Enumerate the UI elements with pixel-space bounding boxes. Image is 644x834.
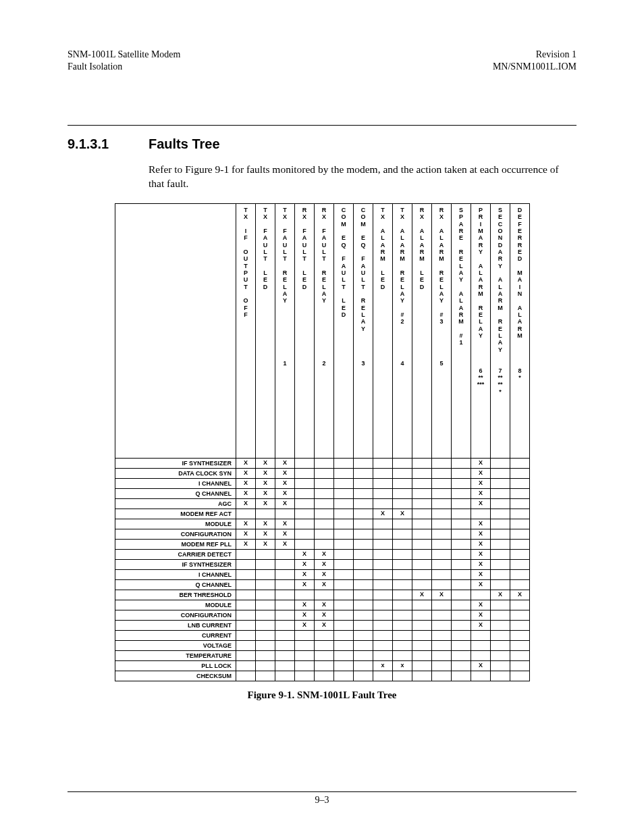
row-label: CHECKSUM xyxy=(115,671,236,681)
table-cell xyxy=(334,519,354,529)
row-label: VOLTAGE xyxy=(115,640,236,650)
table-cell xyxy=(295,539,315,549)
table-cell xyxy=(354,509,373,519)
column-header: TX IF OUTPUT OFF xyxy=(236,203,256,458)
table-cell xyxy=(510,519,530,529)
table-cell xyxy=(256,600,275,610)
table-cell xyxy=(315,468,334,478)
table-cell xyxy=(471,509,491,519)
table-cell xyxy=(256,620,275,630)
row-label: Q CHANNEL xyxy=(115,579,236,590)
table-cell xyxy=(393,590,412,600)
table-cell xyxy=(256,579,275,590)
header-rule xyxy=(68,125,576,126)
table-cell: X xyxy=(315,569,334,579)
table-cell xyxy=(432,458,452,468)
table-cell xyxy=(354,600,373,610)
table-cell xyxy=(412,671,432,681)
table-corner xyxy=(115,203,236,458)
figure-caption: Figure 9-1. SNM-1001L Fault Tree xyxy=(68,689,576,701)
table-cell xyxy=(256,640,275,650)
table-cell xyxy=(315,458,334,468)
column-header: RX FAULT LED xyxy=(295,203,315,458)
table-cell xyxy=(393,610,412,620)
table-cell xyxy=(373,590,393,600)
table-cell xyxy=(236,660,256,671)
header-right-line2: MN/SNM1001L.IOM xyxy=(493,61,576,73)
table-cell xyxy=(432,509,452,519)
table-cell xyxy=(452,640,471,650)
table-cell xyxy=(236,600,256,610)
table-cell xyxy=(315,529,334,539)
table-cell: X xyxy=(275,478,295,488)
table-cell xyxy=(491,650,510,660)
table-cell: X xyxy=(236,468,256,478)
table-cell xyxy=(452,671,471,681)
table-cell xyxy=(275,620,295,630)
table-cell xyxy=(334,539,354,549)
section-number: 9.1.3.1 xyxy=(68,136,149,152)
table-cell xyxy=(432,610,452,620)
table-cell xyxy=(315,590,334,600)
table-cell: X xyxy=(471,549,491,559)
table-cell xyxy=(412,600,432,610)
column-header: COM EQ FAULT RELAY 3 xyxy=(354,203,373,458)
table-cell: X xyxy=(256,478,275,488)
table-cell xyxy=(295,640,315,650)
table-cell xyxy=(373,458,393,468)
table-cell xyxy=(412,559,432,569)
table-cell xyxy=(256,549,275,559)
table-cell xyxy=(471,640,491,650)
table-cell xyxy=(452,569,471,579)
column-header: COM EQ FAULT LED xyxy=(334,203,354,458)
table-cell xyxy=(354,498,373,509)
table-cell xyxy=(275,610,295,620)
table-cell xyxy=(510,539,530,549)
table-cell xyxy=(373,600,393,610)
section-intro: Refer to Figure 9-1 for faults monitored… xyxy=(149,163,576,191)
table-cell xyxy=(393,579,412,590)
table-cell xyxy=(491,519,510,529)
table-cell xyxy=(354,640,373,650)
table-cell xyxy=(275,671,295,681)
table-cell xyxy=(315,640,334,650)
table-cell xyxy=(295,660,315,671)
row-label: MODEM REF PLL xyxy=(115,539,236,549)
table-cell: X xyxy=(295,600,315,610)
table-cell: X xyxy=(275,519,295,529)
table-cell xyxy=(510,478,530,488)
table-cell xyxy=(432,660,452,671)
table-row: Q CHANNELXXX xyxy=(115,579,530,590)
table-cell xyxy=(510,660,530,671)
table-cell xyxy=(373,620,393,630)
table-cell xyxy=(432,569,452,579)
table-cell xyxy=(452,660,471,671)
table-cell xyxy=(510,569,530,579)
table-cell xyxy=(334,498,354,509)
table-cell xyxy=(373,549,393,559)
table-cell xyxy=(354,488,373,498)
table-cell xyxy=(334,529,354,539)
table-cell xyxy=(373,671,393,681)
table-cell xyxy=(334,620,354,630)
column-header: TX ALARM LED xyxy=(373,203,393,458)
header-left-line1: SNM-1001L Satellite Modem xyxy=(68,49,180,61)
table-cell xyxy=(354,529,373,539)
table-cell xyxy=(412,630,432,640)
table-row: IF SYNTHESIZERXXXX xyxy=(115,458,530,468)
table-cell xyxy=(432,620,452,630)
column-header: RX ALARM LED xyxy=(412,203,432,458)
table-cell xyxy=(373,539,393,549)
table-cell xyxy=(373,579,393,590)
table-cell xyxy=(432,529,452,539)
table-cell xyxy=(452,650,471,660)
table-cell xyxy=(236,549,256,559)
table-cell xyxy=(275,640,295,650)
table-cell xyxy=(373,630,393,640)
table-cell: X xyxy=(275,529,295,539)
table-cell xyxy=(491,620,510,630)
table-row: CHECKSUM xyxy=(115,671,530,681)
table-cell xyxy=(393,559,412,569)
table-cell xyxy=(491,488,510,498)
table-cell xyxy=(256,650,275,660)
